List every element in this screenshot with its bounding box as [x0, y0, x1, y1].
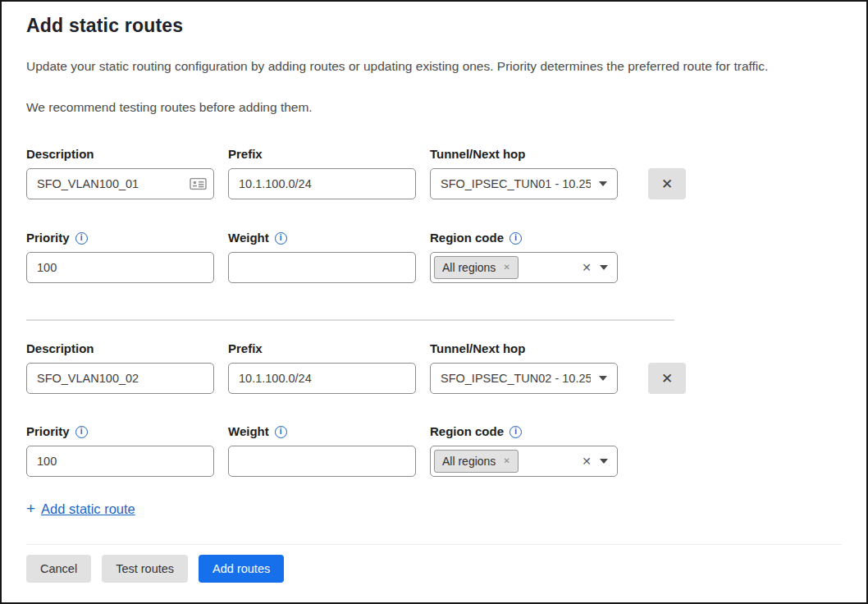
region-chip-label: All regions — [442, 455, 496, 468]
chip-remove-icon[interactable]: ✕ — [503, 263, 509, 272]
chevron-down-icon — [599, 376, 607, 381]
info-icon[interactable]: i — [75, 232, 88, 245]
prefix-field-group: Prefix — [228, 146, 416, 199]
info-icon[interactable]: i — [275, 426, 287, 438]
priority-input[interactable] — [26, 252, 214, 283]
description-label: Description — [26, 341, 214, 357]
tunnel-label-text: Tunnel/Next hop — [430, 146, 525, 162]
delete-route-button[interactable]: ✕ — [648, 363, 686, 394]
description-field-group: Description — [26, 146, 214, 199]
description-input[interactable] — [26, 363, 214, 394]
description-field-group: Description — [26, 341, 214, 394]
description-label: Description — [26, 146, 214, 162]
chip-remove-icon[interactable]: ✕ — [503, 457, 509, 465]
add-static-routes-dialog: Add static routes Update your static rou… — [0, 0, 868, 604]
info-icon[interactable]: i — [509, 232, 522, 245]
weight-label: Weight i — [228, 230, 416, 246]
add-static-route-row: + Add static route — [26, 500, 842, 518]
region-code-label: Region code i — [430, 423, 618, 440]
region-chip-label: All regions — [442, 261, 496, 274]
clear-selection-icon[interactable]: ✕ — [582, 455, 592, 467]
region-code-field-group: Region code i All regions ✕ ✕ — [430, 230, 618, 283]
footer-actions: Cancel Test routes Add routes — [26, 555, 842, 583]
region-chip: All regions ✕ — [434, 450, 519, 473]
tunnel-selected-value: SFO_IPSEC_TUN01 - 10.25... — [441, 177, 591, 190]
prefix-input[interactable] — [228, 168, 416, 199]
description-input[interactable] — [26, 168, 214, 199]
info-icon[interactable]: i — [275, 232, 287, 245]
tunnel-select[interactable]: SFO_IPSEC_TUN02 - 10.25... — [430, 363, 618, 394]
region-code-label-text: Region code — [430, 423, 504, 440]
intro-text: Update your static routing configuration… — [26, 57, 842, 75]
weight-field-group: Weight i — [228, 423, 416, 477]
weight-input[interactable] — [228, 446, 416, 477]
info-icon[interactable]: i — [75, 426, 88, 438]
chevron-down-icon — [599, 181, 607, 186]
tunnel-label: Tunnel/Next hop — [430, 341, 618, 357]
weight-label-text: Weight — [228, 230, 269, 246]
page-title: Add static routes — [26, 13, 842, 38]
tunnel-selected-value: SFO_IPSEC_TUN02 - 10.25... — [441, 372, 591, 385]
region-chip: All regions ✕ — [434, 256, 519, 279]
weight-input[interactable] — [228, 252, 416, 283]
route-block-1: Description Prefix — [26, 146, 842, 283]
prefix-input[interactable] — [228, 363, 416, 394]
route-divider — [26, 319, 674, 321]
region-code-field-group: Region code i All regions ✕ ✕ — [430, 423, 618, 477]
region-code-label-text: Region code — [430, 230, 504, 246]
weight-field-group: Weight i — [228, 230, 416, 283]
test-routes-button[interactable]: Test routes — [102, 555, 188, 583]
region-code-select[interactable]: All regions ✕ ✕ — [430, 446, 618, 477]
prefix-label: Prefix — [228, 341, 416, 357]
priority-field-group: Priority i — [26, 423, 214, 477]
priority-label-text: Priority — [26, 423, 70, 440]
priority-field-group: Priority i — [26, 230, 214, 283]
note-text: We recommend testing routes before addin… — [26, 98, 842, 116]
cancel-button[interactable]: Cancel — [26, 555, 91, 583]
priority-input[interactable] — [26, 446, 214, 477]
tunnel-label: Tunnel/Next hop — [430, 146, 618, 162]
weight-label-text: Weight — [228, 423, 269, 440]
priority-label-text: Priority — [26, 230, 70, 246]
clear-selection-icon[interactable]: ✕ — [582, 262, 592, 273]
tunnel-field-group: Tunnel/Next hop SFO_IPSEC_TUN01 - 10.25.… — [430, 146, 618, 199]
region-code-select[interactable]: All regions ✕ ✕ — [430, 252, 618, 283]
plus-icon: + — [26, 500, 35, 518]
description-label-text: Description — [26, 146, 94, 162]
description-label-text: Description — [26, 341, 94, 357]
prefix-label-text: Prefix — [228, 341, 263, 357]
chevron-down-icon — [600, 459, 608, 464]
delete-route-button[interactable]: ✕ — [648, 168, 686, 199]
tunnel-label-text: Tunnel/Next hop — [430, 341, 525, 357]
add-routes-button[interactable]: Add routes — [199, 555, 284, 583]
tunnel-field-group: Tunnel/Next hop SFO_IPSEC_TUN02 - 10.25.… — [430, 341, 618, 394]
footer-divider — [26, 544, 842, 545]
info-icon[interactable]: i — [509, 426, 522, 438]
tunnel-select[interactable]: SFO_IPSEC_TUN01 - 10.25... — [430, 168, 618, 199]
prefix-field-group: Prefix — [228, 341, 416, 394]
priority-label: Priority i — [26, 423, 214, 440]
priority-label: Priority i — [26, 230, 214, 246]
prefix-label: Prefix — [228, 146, 416, 162]
weight-label: Weight i — [228, 423, 416, 440]
prefix-label-text: Prefix — [228, 146, 263, 162]
chevron-down-icon — [600, 265, 608, 270]
route-block-2: Description Prefix Tunnel/Next hop SFO_I… — [26, 341, 842, 477]
region-code-label: Region code i — [430, 230, 618, 246]
add-static-route-link[interactable]: Add static route — [41, 500, 135, 518]
